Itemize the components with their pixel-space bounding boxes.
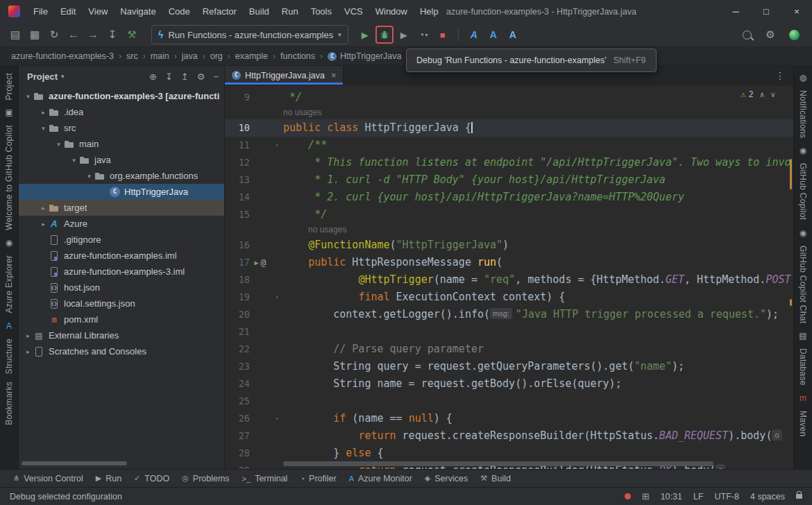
- tree-toggle-icon[interactable]: ▾: [84, 173, 94, 180]
- tree-item-external-libraries[interactable]: ▸External Libraries: [19, 327, 224, 343]
- tool-button-profiler[interactable]: ◔Profiler: [294, 470, 342, 487]
- menu-view[interactable]: View: [82, 0, 114, 23]
- breadcrumb-java[interactable]: java: [180, 51, 199, 61]
- a-plugin-icon-3[interactable]: A: [504, 26, 522, 44]
- tree-item-java[interactable]: ▾java: [19, 152, 224, 168]
- tree-toggle-icon[interactable]: ▸: [38, 205, 49, 212]
- tree-toggle-icon[interactable]: ▾: [23, 93, 33, 100]
- editor-line-27[interactable]: 27 return request.createResponseBuilder(…: [225, 427, 793, 445]
- menu-run[interactable]: Run: [276, 0, 305, 23]
- toolwindow-button-database[interactable]: Database: [798, 348, 808, 386]
- menu-file[interactable]: File: [27, 0, 54, 23]
- close-tab-icon[interactable]: ×: [331, 70, 337, 80]
- tool-button-run[interactable]: ▶Run: [90, 470, 128, 487]
- editor-line-21[interactable]: 21: [225, 323, 793, 341]
- breadcrumb-functions[interactable]: functions: [279, 51, 316, 61]
- toolwindow-button-github-copilot-chat[interactable]: GitHub Copilot Chat: [798, 246, 808, 323]
- menu-help[interactable]: Help: [414, 0, 445, 23]
- tree-item-target[interactable]: ▸target: [19, 200, 224, 216]
- editor-line-14[interactable]: 14 * 2. curl {your host}/api/HttpTrigger…: [225, 189, 793, 206]
- tab-httptriggerjava[interactable]: HttpTriggerJava.java ×: [225, 66, 344, 85]
- editor-line-20[interactable]: 20 context.getLogger().info(msg:"Java HT…: [225, 306, 793, 323]
- tree-toggle-icon[interactable]: ▾: [69, 157, 79, 164]
- editor-line-26[interactable]: 26▾ if (name == null) {: [225, 410, 793, 427]
- next-issue-icon[interactable]: ∨: [770, 90, 775, 99]
- editor-line-15[interactable]: 15 */: [225, 206, 793, 223]
- breadcrumb-src[interactable]: src: [125, 51, 139, 61]
- menu-build[interactable]: Build: [243, 0, 276, 23]
- toolwindow-button-github-copilot[interactable]: GitHub Copilot: [798, 163, 808, 220]
- coverage-button[interactable]: ▶: [395, 26, 413, 44]
- tree-toggle-icon[interactable]: ▸: [23, 332, 33, 339]
- tree-item-pom-xml[interactable]: pom.xml: [19, 311, 224, 327]
- editor-line-17[interactable]: 17▶@ public HttpResponseMessage run(: [225, 254, 793, 271]
- tool-button-todo[interactable]: ✓TODO: [128, 470, 176, 487]
- tree-toggle-icon[interactable]: ▾: [53, 141, 64, 148]
- tool-button-terminal[interactable]: >_Terminal: [236, 470, 294, 487]
- tree-item-scratches-and-consoles[interactable]: ▸Scratches and Consoles: [19, 343, 224, 359]
- run-button[interactable]: ▶: [356, 26, 374, 44]
- sync-icon[interactable]: ↻: [45, 26, 63, 44]
- tree-item-org-example-functions[interactable]: ▾org.example.functions: [19, 168, 224, 184]
- editor-line-22[interactable]: 22 // Parse query parameter: [225, 341, 793, 358]
- editor-line-25[interactable]: 25: [225, 393, 793, 410]
- run-gutter-icon[interactable]: ▶: [255, 254, 259, 271]
- editor-line-19[interactable]: 19▾ final ExecutionContext context) {: [225, 289, 793, 306]
- usages-hint[interactable]: no usages: [225, 106, 793, 119]
- editor-line-18[interactable]: 18 @HttpTrigger(name = "req", methods = …: [225, 271, 793, 289]
- tree-toggle-icon[interactable]: ▾: [38, 125, 49, 132]
- collapse-all-icon[interactable]: ↥: [181, 71, 189, 82]
- editor-line-28[interactable]: 28 } else {: [225, 445, 793, 462]
- toolwindow-button-bookmarks[interactable]: Bookmarks: [4, 382, 14, 425]
- forward-icon[interactable]: →: [84, 26, 102, 44]
- caret-position[interactable]: 10:31: [661, 492, 682, 502]
- editor-line-12[interactable]: 12 * This function listens at endpoint "…: [225, 154, 793, 171]
- tool-button-problems[interactable]: ◎Problems: [176, 470, 235, 487]
- build-project-icon[interactable]: ⚒: [123, 26, 141, 44]
- breadcrumb-org[interactable]: org: [209, 51, 224, 61]
- back-icon[interactable]: ←: [65, 26, 83, 44]
- plugin-ball-icon[interactable]: [785, 26, 803, 44]
- select-opened-file-icon[interactable]: ⊕: [149, 71, 157, 82]
- hide-panel-icon[interactable]: −: [213, 71, 219, 82]
- tree-item-main[interactable]: ▾main: [19, 136, 224, 152]
- toolwindow-button-maven[interactable]: Maven: [798, 411, 808, 437]
- menu-edit[interactable]: Edit: [54, 0, 82, 23]
- menu-refactor[interactable]: Refactor: [196, 0, 243, 23]
- github-copilot-icon[interactable]: ◉: [6, 238, 12, 248]
- tree-item--gitignore[interactable]: .gitignore: [19, 232, 224, 248]
- close-button[interactable]: ×: [781, 0, 812, 23]
- tool-button-build[interactable]: ⚒Build: [474, 470, 517, 487]
- editor-line-10[interactable]: 10public class HttpTriggerJava {: [225, 119, 793, 137]
- usages-hint[interactable]: no usages: [225, 223, 793, 237]
- notifications-bell-icon[interactable]: ◍: [800, 73, 806, 83]
- toolwindow-button-welcome-to-github-copilot[interactable]: Welcome to GitHub Copilot: [4, 125, 14, 230]
- tree-item-local-settings-json[interactable]: local.settings.json: [19, 296, 224, 311]
- fold-icon[interactable]: ▾: [271, 289, 283, 306]
- github-copilot-icon[interactable]: ◉: [800, 146, 806, 155]
- indent-style[interactable]: 4 spaces: [750, 492, 785, 502]
- a-plugin-icon-2[interactable]: A: [484, 26, 502, 44]
- external-tools-icon[interactable]: ↧: [103, 26, 121, 44]
- tree-item-azure-function-examples-3-iml[interactable]: azure-function-examples-3.iml: [19, 264, 224, 280]
- stop-button[interactable]: ■: [434, 26, 452, 44]
- settings-icon[interactable]: ⚙: [197, 71, 205, 82]
- menu-tools[interactable]: Tools: [305, 0, 338, 23]
- tree-item-azure-function-examples-iml[interactable]: azure-function-examples.iml: [19, 248, 224, 264]
- menu-navigate[interactable]: Navigate: [114, 0, 162, 23]
- tree-toggle-icon[interactable]: ▸: [38, 109, 49, 116]
- editor-line-9[interactable]: 9 */: [225, 89, 793, 106]
- save-all-icon[interactable]: ▦: [26, 26, 44, 44]
- fold-icon[interactable]: ▾: [271, 137, 283, 154]
- expand-all-icon[interactable]: ↧: [165, 71, 173, 82]
- maven-icon[interactable]: m: [800, 393, 806, 403]
- project-hscrollbar[interactable]: [22, 461, 127, 465]
- editor-hscrollbar[interactable]: [283, 461, 713, 466]
- line-separator[interactable]: LF: [693, 492, 704, 502]
- tree-item-azure-function-examples-3-azure-functi[interactable]: ▾azure-function-examples-3 [azure-functi: [19, 88, 224, 104]
- commit-window-icon[interactable]: ▣: [5, 108, 12, 117]
- editor-line-24[interactable]: 24 String name = request.getBody().orEls…: [225, 375, 793, 393]
- settings-gear-icon[interactable]: ⚙: [761, 26, 779, 44]
- editor-line-13[interactable]: 13 * 1. curl -d "HTTP Body" {your host}/…: [225, 171, 793, 189]
- search-icon[interactable]: [738, 26, 756, 44]
